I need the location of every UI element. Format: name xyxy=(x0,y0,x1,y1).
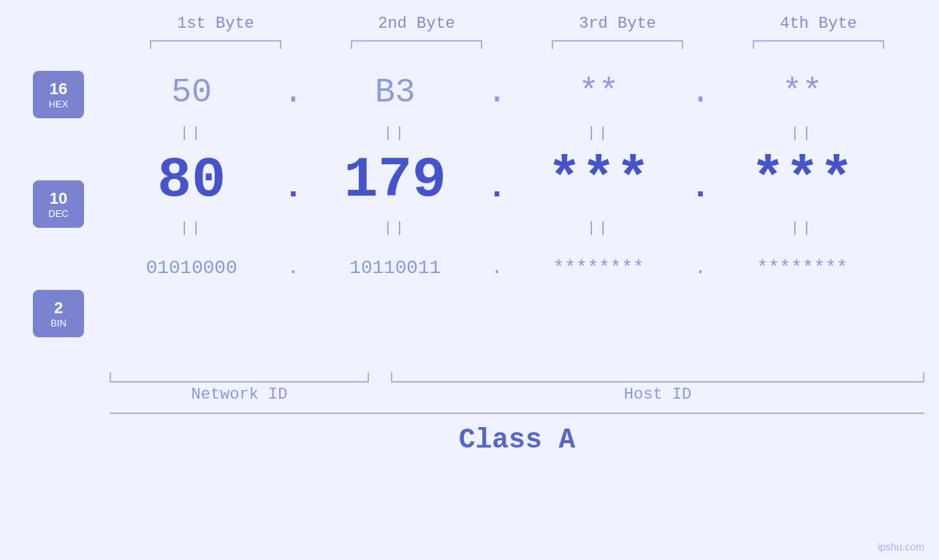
bracket-top-3 xyxy=(552,40,683,49)
bottom-bracket-line-row xyxy=(95,372,939,383)
hex-dot-1: . xyxy=(282,74,304,112)
hex-b4: ** xyxy=(729,74,875,112)
hex-dot-2: . xyxy=(486,74,508,112)
class-section-area: Class A xyxy=(0,413,939,456)
bottom-bracket-area: Network ID Host ID xyxy=(0,372,939,404)
bracket-top-2 xyxy=(351,40,482,49)
dec-dot-2: . xyxy=(486,154,508,207)
bin-dot-2: . xyxy=(486,257,508,279)
dec-b1: 80 xyxy=(118,148,265,212)
bin-b3: ******** xyxy=(525,257,672,279)
bin-b4: ******** xyxy=(729,257,875,279)
watermark: ipshu.com xyxy=(878,541,924,553)
hex-row: 50 . B3 . ** . ** xyxy=(95,64,899,122)
bottom-brackets: Network ID Host ID xyxy=(95,372,939,404)
byte-headers: 1st Byte 2nd Byte 3rd Byte 4th Byte xyxy=(115,15,919,33)
network-id-bracket xyxy=(110,372,369,383)
class-section: Class A xyxy=(95,413,939,456)
bin-dot-3: . xyxy=(690,257,712,279)
dec-dot-3: . xyxy=(690,154,712,207)
hex-badge-base: HEX xyxy=(49,99,69,110)
bin-b2: 10110011 xyxy=(322,257,468,279)
dec-dot-1: . xyxy=(282,154,304,207)
dec-badge-num: 10 xyxy=(50,189,67,208)
bin-b1: 01010000 xyxy=(118,257,265,279)
hex-badge: 16 HEX xyxy=(33,71,84,118)
bracket-top-1 xyxy=(150,40,281,49)
bin-badge-num: 2 xyxy=(54,299,63,318)
host-id-label: Host ID xyxy=(391,386,924,404)
bottom-spacer xyxy=(0,372,95,404)
bin-badge: 2 BIN xyxy=(33,290,84,337)
header-1st-byte: 1st Byte xyxy=(142,15,289,33)
bracket-top-4 xyxy=(753,40,884,49)
header-2nd-byte: 2nd Byte xyxy=(343,15,490,33)
equals-4: || xyxy=(729,125,875,142)
dec-b4: *** xyxy=(729,148,875,212)
hex-b1: 50 xyxy=(118,74,265,112)
data-rows: 50 . B3 . ** . ** xyxy=(95,64,939,297)
bottom-label-row: Network ID Host ID xyxy=(95,383,939,404)
equals-8: || xyxy=(729,220,875,237)
class-bracket-line xyxy=(110,413,924,414)
equals-2: || xyxy=(322,125,468,142)
hex-b2: B3 xyxy=(322,74,468,112)
dec-badge-base: DEC xyxy=(48,208,68,219)
hex-dot-3: . xyxy=(690,74,712,112)
class-label: Class A xyxy=(110,424,924,456)
top-bracket-row xyxy=(115,40,919,49)
dec-b3: *** xyxy=(525,148,672,212)
dec-b2: 179 xyxy=(322,148,468,212)
bin-row: 01010000 . 10110011 . ******** . xyxy=(95,239,899,297)
equals-6: || xyxy=(322,220,468,237)
equals-row-2: || || || || xyxy=(95,217,899,239)
equals-row-1: || || || || xyxy=(95,122,899,144)
main-container: 1st Byte 2nd Byte 3rd Byte 4th Byte 16 H… xyxy=(0,0,939,560)
hex-b3: ** xyxy=(525,74,672,112)
header-4th-byte: 4th Byte xyxy=(745,15,892,33)
dec-row: 80 . 179 . *** . *** xyxy=(95,144,899,217)
network-id-label: Network ID xyxy=(110,386,369,404)
equals-3: || xyxy=(525,125,672,142)
bin-badge-base: BIN xyxy=(50,318,66,329)
header-3rd-byte: 3rd Byte xyxy=(544,15,691,33)
labels-column: 16 HEX 10 DEC 2 BIN xyxy=(0,64,95,367)
content-area: 16 HEX 10 DEC 2 BIN 50 . xyxy=(0,64,939,367)
equals-5: || xyxy=(118,220,265,237)
equals-1: || xyxy=(118,125,265,142)
host-id-bracket xyxy=(391,372,924,383)
bin-dot-1: . xyxy=(282,257,304,279)
dec-badge: 10 DEC xyxy=(33,180,84,228)
hex-badge-num: 16 xyxy=(50,80,67,99)
equals-7: || xyxy=(525,220,672,237)
